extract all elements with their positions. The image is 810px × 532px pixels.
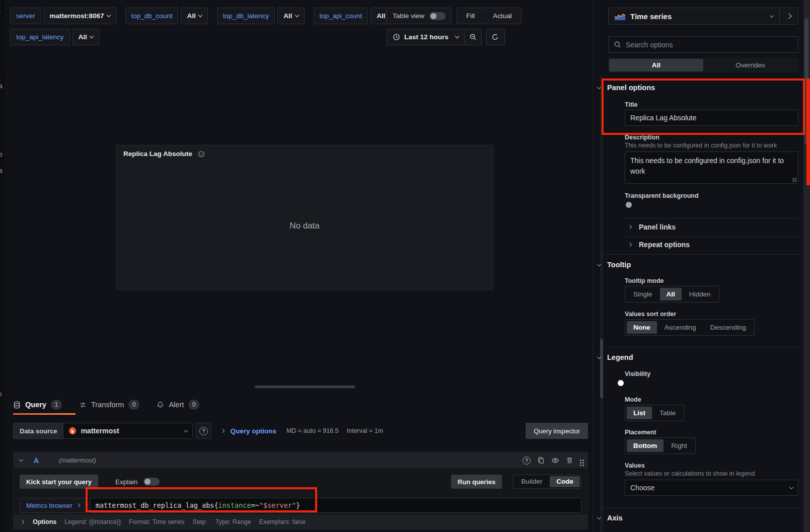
datasource-value: mattermost: [81, 427, 119, 435]
visualization-picker[interactable]: Time series: [608, 8, 798, 25]
section-header-panel-options[interactable]: Panel options: [598, 84, 655, 92]
repeat-options-collapsible[interactable]: Repeat options: [628, 241, 690, 249]
chevron-down-icon: [597, 515, 601, 519]
variable-label-top-api-count[interactable]: top_api_count: [314, 8, 369, 24]
legend-values-select[interactable]: Choose: [625, 480, 798, 496]
collapse-chevron-icon[interactable]: [19, 458, 23, 462]
template-variables-row-1: server mattermost:8067 top_db_count All …: [10, 8, 398, 24]
clock-icon: [393, 33, 400, 41]
duplicate-icon[interactable]: [537, 457, 545, 464]
kick-start-query-button[interactable]: Kick start your query: [20, 475, 98, 489]
chevron-right-icon: [76, 503, 80, 507]
query-help-icon[interactable]: ?: [523, 457, 531, 465]
tooltip-mode-single[interactable]: Single: [627, 288, 659, 300]
panel-header[interactable]: Replica Lag Absolute: [116, 145, 493, 162]
panel-resize-handle[interactable]: [255, 386, 355, 388]
sort-descending[interactable]: Descending: [704, 321, 753, 334]
variable-value-server[interactable]: mattermost:8067: [44, 8, 116, 24]
variable-label-server[interactable]: server: [10, 8, 41, 24]
tab-transform[interactable]: Transform 0: [79, 400, 140, 410]
values-sort-order-group: None Ascending Descending: [625, 319, 755, 336]
variable-value-top-db-latency[interactable]: All: [277, 8, 304, 24]
options-pane-scrollbar-track[interactable]: [600, 75, 603, 532]
promql-input[interactable]: mattermost_db_replica_lag_abs{instance=~…: [90, 498, 581, 513]
viz-picker-label: Time series: [630, 12, 672, 21]
chevron-down-icon: [90, 34, 94, 38]
chevron-right-icon: [220, 429, 225, 433]
table-view-toggle[interactable]: [429, 12, 446, 20]
time-range-picker[interactable]: Last 12 hours: [387, 29, 465, 45]
panel-title-input[interactable]: Replica Lag Absolute: [625, 110, 798, 126]
tab-label: Transform: [91, 401, 124, 409]
panel-description-textarea[interactable]: This needs to be configured in config.js…: [625, 151, 798, 184]
refresh-button[interactable]: [486, 29, 505, 45]
actual-button[interactable]: Actual: [484, 12, 521, 20]
datasource-help-button[interactable]: ?: [196, 423, 211, 439]
variable-label-top-db-latency[interactable]: top_db_latency: [217, 8, 275, 24]
sort-ascending[interactable]: Ascending: [658, 321, 703, 334]
trash-icon[interactable]: [566, 457, 573, 464]
code-option[interactable]: Code: [550, 476, 580, 487]
variable-label: server: [16, 12, 35, 20]
no-data-message: No data: [116, 221, 493, 231]
editor-tabs: Query 1 Transform 0 Alert 0: [13, 398, 199, 412]
zoom-out-time-button[interactable]: [464, 29, 482, 45]
tooltip-mode-hidden[interactable]: Hidden: [683, 288, 717, 300]
variable-value: mattermost:8067: [50, 12, 104, 20]
query-row-header[interactable]: A (mattermost) ?: [14, 452, 587, 468]
datasource-picker[interactable]: mattermost: [63, 423, 193, 439]
builder-option[interactable]: Builder: [514, 476, 549, 487]
chevron-down-icon: [597, 262, 601, 266]
search-options-input[interactable]: Search options: [608, 36, 798, 53]
variable-label: top_db_latency: [223, 12, 269, 20]
resize-grip-icon[interactable]: [792, 178, 797, 182]
chevron-down-icon: [294, 13, 299, 17]
explain-toggle[interactable]: [143, 478, 160, 486]
variable-value-top-api-latency[interactable]: All: [72, 29, 99, 45]
collapse-pane-button[interactable]: [779, 8, 798, 24]
left-edge-strip: r r l a b a o: [0, 0, 5, 532]
visibility-label: Visibility: [625, 370, 650, 377]
fill-button[interactable]: Fill: [457, 12, 484, 20]
variable-label-top-api-latency[interactable]: top_api_latency: [10, 29, 70, 45]
tab-overrides[interactable]: Overrides: [703, 59, 797, 71]
query-options-summary-row[interactable]: Options Legend: {{instance}} Format: Tim…: [14, 514, 587, 529]
legend-mode-group: List Table: [625, 405, 684, 421]
variable-value: All: [187, 12, 195, 20]
bell-icon: [157, 401, 164, 409]
eye-icon[interactable]: [551, 457, 559, 465]
metrics-browser-button[interactable]: Metrics browser: [20, 498, 86, 513]
grafana-panel-edit: r r l a b a o server mattermost:8067 top…: [0, 0, 810, 532]
run-queries-button[interactable]: Run queries: [451, 475, 502, 489]
placement-bottom[interactable]: Bottom: [627, 439, 664, 452]
variable-label-top-db-count[interactable]: top_db_count: [125, 8, 179, 24]
variable-value: All: [79, 33, 87, 41]
tab-alert[interactable]: Alert 0: [157, 400, 199, 410]
query-options-toggle[interactable]: Query options: [230, 427, 276, 435]
chevron-right-icon: [628, 243, 632, 247]
tab-label: Alert: [169, 401, 184, 409]
options-exemplars-summary: Exemplars: false: [259, 518, 306, 525]
tab-query[interactable]: Query 1: [13, 400, 62, 410]
tab-all[interactable]: All: [609, 59, 703, 71]
variable-value-top-db-count[interactable]: All: [181, 8, 207, 24]
tooltip-mode-all[interactable]: All: [660, 288, 682, 300]
section-header-legend[interactable]: Legend: [598, 353, 633, 361]
drag-handle-icon[interactable]: [580, 460, 581, 461]
section-header-tooltip[interactable]: Tooltip: [598, 261, 631, 269]
placement-right[interactable]: Right: [665, 439, 694, 452]
legend-mode-table[interactable]: Table: [653, 407, 682, 419]
legend-mode-list[interactable]: List: [627, 407, 652, 419]
transform-icon: [79, 401, 87, 409]
time-series-viz-icon: [615, 13, 625, 20]
sort-none[interactable]: None: [627, 321, 657, 334]
query-inspector-button[interactable]: Query inspector: [526, 423, 588, 439]
info-icon[interactable]: [198, 150, 205, 158]
panel-links-collapsible[interactable]: Panel links: [628, 223, 676, 231]
database-icon: [13, 401, 21, 409]
section-header-axis[interactable]: Axis: [598, 514, 623, 522]
query-row: A (mattermost) ? Kick start your query: [13, 452, 588, 529]
options-pane-scrollbar-thumb[interactable]: [600, 339, 603, 398]
toggle-knob: [144, 479, 151, 485]
chevron-right-icon: [628, 225, 632, 229]
